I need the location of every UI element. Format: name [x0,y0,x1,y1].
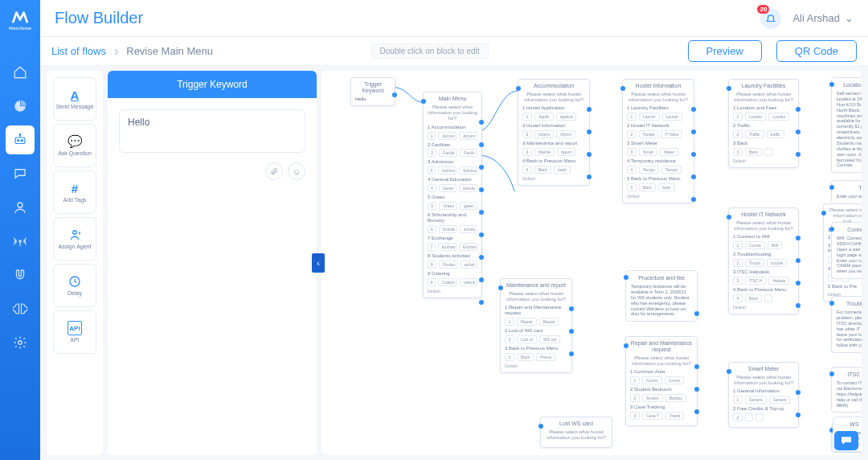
option-number: 3 [505,353,514,361]
option-chip: Locatio [745,113,766,121]
option-chip: Laundr [639,113,660,121]
node-itsc-helpdesk[interactable]: ITSC Helpdesk To contact ITSC, please do… [831,367,862,413]
notifications-button[interactable]: 20 [760,8,781,29]
option-number: 3 [630,412,640,420]
breadcrumb-root[interactable]: List of flows [51,45,106,57]
option-chip: Repair [539,318,559,326]
preview-button[interactable]: Preview [688,40,762,62]
node-accommodation[interactable]: Accommodation Please select what hostel … [518,79,590,186]
node-procedure-fee[interactable]: Procedure and fee Temporary residence wi… [625,270,698,322]
palette-add-tags[interactable]: # Add Tags [53,170,96,214]
option-row[interactable]: 3Back [733,148,794,156]
option-row[interactable]: 4Back [733,294,794,302]
node-wifi[interactable]: Connect to Wifi Wifi: Connect to SSID=CU… [831,222,862,279]
option-row[interactable]: 2InformInform [522,130,585,138]
option-row[interactable]: 1LocatioLocatio [733,113,794,121]
user-menu[interactable]: Ali Arshad ⌄ [792,12,854,24]
palette-ask-question[interactable]: 💬 Ask Question [53,124,96,167]
option-chip: Comm [642,376,662,384]
agent-icon [68,228,82,242]
nav-brain-icon[interactable] [6,294,35,323]
qr-button[interactable]: QR Code [776,40,857,62]
option-number: 5 [627,183,637,191]
option-row[interactable]: 1AccomAccom [428,132,477,140]
trigger-keyword-input[interactable]: Hello [119,109,305,153]
option-row[interactable]: 3AdmissAdmiss [428,166,477,175]
option-row[interactable]: 6Scholaschola [428,225,477,233]
palette-send-message[interactable]: A Send Message [53,77,96,121]
chat-widget-button[interactable] [834,431,858,450]
node-location-fees[interactable]: Location and Fees Self-served laundries … [831,77,862,173]
option-row[interactable]: 4TempoTempo [627,166,690,174]
option-heading: 1 Laundry Facilities [627,105,690,111]
option-row[interactable]: 4Genereducat [428,184,477,192]
breadcrumb-current: Revise Main Menu [126,45,213,57]
nav-magnet-icon[interactable] [6,261,35,290]
node-repair-request[interactable]: Repair and Maintenance request Please se… [625,336,698,426]
nav-broadcast-icon[interactable] [6,227,35,256]
nav-user-icon[interactable] [6,193,35,222]
node-hostel-info[interactable]: Hostel Information Please select what ho… [622,79,694,203]
option-row[interactable]: 8Studenactivit [428,261,477,269]
option-row[interactable]: 2 [733,413,794,421]
node-smart-meter[interactable]: Smart Meter Please select what hostel in… [728,362,799,428]
option-chip: Locatio [768,113,789,121]
node-lost-ws[interactable]: Lost WS card Please select what hostel i… [540,417,612,448]
collapse-editor-button[interactable]: ‹ [312,253,325,273]
node-traffic[interactable]: Traffic Enter your text… [831,180,862,204]
option-row[interactable]: 1Applicapplica [522,113,585,121]
node-laundry[interactable]: Laundry Facilities Please select what ho… [728,79,799,168]
palette-delay[interactable]: Delay [53,264,96,307]
attach-button[interactable] [265,162,283,180]
option-row[interactable]: 3Maintereport [522,148,585,156]
option-row[interactable]: 2Troubltrouble [733,259,794,267]
canvas-hint: Double click on block to edit [371,43,489,59]
option-row[interactable]: 7ExchanExchan [428,243,477,251]
option-chip: Hostel [639,130,658,138]
option-row[interactable]: 3BackPrevio [505,353,567,361]
option-row[interactable]: 9Caterincaterin [428,278,477,286]
option-row[interactable]: 3SmartMeter [627,148,690,156]
node-it-network[interactable]: Hostel IT Network Please select what hos… [728,207,799,314]
option-row[interactable]: 2Traffictraffic [733,130,794,138]
node-trigger[interactable]: Trigger Keyword Hello [350,77,395,106]
hash-icon: # [68,181,82,195]
nav-bot-icon[interactable] [6,125,35,154]
option-row[interactable]: 2StudenBedroo [630,394,693,402]
option-row[interactable]: 1RepairRepair [505,318,567,326]
nav-home-icon[interactable] [6,58,35,87]
option-chip: back [658,183,675,191]
option-row[interactable]: 5Backback [627,183,690,191]
option-number: 5 [428,202,436,210]
option-row[interactable]: 1GeneraGenera [733,396,794,404]
nav-settings-icon[interactable] [6,328,35,357]
option-row[interactable]: 3ITSC HHelpde [733,277,794,285]
nav-chat-icon[interactable] [6,159,35,188]
option-chip [764,294,772,302]
option-number: 1 [428,132,436,140]
node-main-menu[interactable]: Main Menu Please select what information… [423,92,482,298]
option-number: 3 [627,148,637,156]
option-number: 2 [505,335,514,343]
option-row[interactable]: 1CommComm [630,376,693,384]
node-troubleshooting[interactable]: Troubleshooting For connection of networ… [831,296,862,353]
option-row[interactable]: 2HostelIT Netw [627,130,690,138]
option-row[interactable]: 3Case TTracki [630,412,693,420]
option-chip: Troubl [745,259,764,267]
option-row[interactable]: 2FacilitiFacilit [428,149,477,157]
nav-analytics-icon[interactable] [6,92,35,121]
option-row[interactable]: 2Lost ofWS car [505,335,567,343]
option-chip: Tempo [639,166,659,174]
flow-canvas[interactable]: Trigger Keyword Hello Main Menu Please s… [321,71,862,455]
left-rail: MatrixSense [0,0,40,460]
option-row[interactable]: 4Backback [522,166,585,174]
node-maintenance[interactable]: Maintenance and report Please select wha… [500,278,572,373]
option-row[interactable]: 5Greengreen [428,202,477,210]
emoji-button[interactable]: ☺ [288,162,305,180]
chevron-right-icon: › [114,44,118,59]
option-number: 1 [733,396,743,404]
option-row[interactable]: 1LaundrLaundr [627,113,690,121]
option-row[interactable]: 1ConneWifi [733,241,794,249]
palette-api[interactable]: API API [53,310,96,354]
palette-assign-agent[interactable]: Assign Agent [53,217,96,261]
